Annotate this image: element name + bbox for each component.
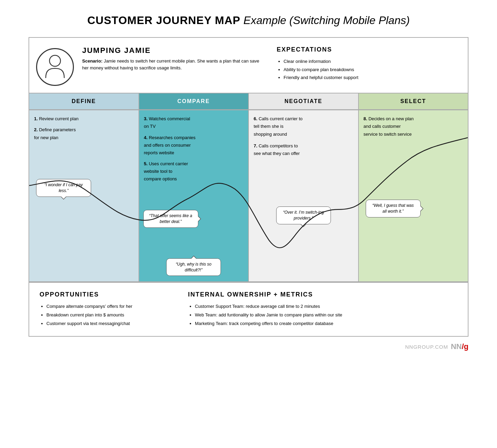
- journey-chart: 1. Review current plan 2. Define paramet…: [29, 110, 468, 282]
- bubble-compare-bottom: “Ugh, why is this so difficult?!”: [166, 258, 221, 276]
- footer: NNGROUP.COM NN/g: [29, 342, 468, 351]
- bubble-negotiate: “Over it. I’m switch-ing providers.”: [276, 206, 331, 224]
- internal-item: Web Team: add funtionality to allow Jami…: [195, 311, 457, 320]
- internal-item: Customer Support Team: reduce average ca…: [195, 302, 457, 311]
- phases-section: DEFINE COMPARE NEGOTIATE SELECT 1. Revie…: [29, 93, 468, 282]
- title-italic: Example (Switching Mobile Plans): [243, 14, 410, 26]
- persona-scenario: Scenario: Jamie needs to switch her curr…: [82, 58, 263, 71]
- persona-info: JUMPING JAMIE Scenario: Jamie needs to s…: [82, 46, 263, 71]
- scenario-text: Jamie needs to switch her current mobile…: [82, 58, 259, 70]
- opportunity-item: Compare alternate companys’ offers for h…: [46, 302, 174, 311]
- internal-section: INTERNAL OWNERSHIP + METRICS Customer Su…: [188, 291, 457, 328]
- expectation-item: Friendly and helpful customer support: [284, 74, 457, 81]
- internal-list: Customer Support Team: reduce average ca…: [188, 302, 457, 328]
- internal-item: Marketing Team: track competing offers t…: [195, 320, 457, 328]
- main-container: JUMPING JAMIE Scenario: Jamie needs to s…: [29, 37, 468, 337]
- avatar: [36, 48, 74, 86]
- expectation-item: Ability to compare plan breakdowns: [284, 66, 457, 74]
- scenario-label: Scenario:: [82, 58, 102, 64]
- define-steps: 1. Review current plan 2. Define paramet…: [29, 110, 139, 141]
- footer-text: NNGROUP.COM: [405, 344, 448, 350]
- expectations-list: Clear online information Ability to comp…: [277, 57, 457, 81]
- expectations-section: EXPECTATIONS Clear online information Ab…: [263, 46, 457, 81]
- opportunity-item: Customer support via text messaging/chat: [46, 320, 174, 328]
- opportunities-title: OPPORTUNITIES: [40, 291, 174, 298]
- page-title: CUSTOMER JOURNEY MAP Example (Switching …: [87, 14, 410, 27]
- phase-define: DEFINE: [29, 93, 139, 110]
- persona-name: JUMPING JAMIE: [82, 46, 263, 55]
- footer-logo: NN/g: [451, 342, 468, 351]
- svg-point-0: [49, 55, 60, 66]
- opportunities-section: OPPORTUNITIES Compare alternate companys…: [40, 291, 174, 328]
- select-steps: 8. Decides on a new planand calls custom…: [359, 110, 468, 138]
- title-bold: CUSTOMER JOURNEY MAP: [87, 14, 241, 26]
- phase-compare: COMPARE: [139, 93, 249, 110]
- select-col: 8. Decides on a new planand calls custom…: [359, 110, 468, 281]
- define-col: 1. Review current plan 2. Define paramet…: [29, 110, 139, 281]
- negotiate-col: 6. Calls current carrier totell them she…: [249, 110, 359, 281]
- phase-select: SELECT: [359, 93, 468, 110]
- bubble-define: “I wonder if I can pay less.”: [36, 179, 91, 197]
- phase-select-header: SELECT: [359, 93, 468, 110]
- phase-define-header: DEFINE: [29, 93, 139, 110]
- expectation-item: Clear online information: [284, 57, 457, 65]
- compare-steps: 3. Watches commercialon TV 4. Researches…: [139, 110, 248, 183]
- compare-col: 3. Watches commercialon TV 4. Researches…: [139, 110, 249, 281]
- internal-title: INTERNAL OWNERSHIP + METRICS: [188, 291, 457, 298]
- bottom-row: OPPORTUNITIES Compare alternate companys…: [29, 282, 468, 336]
- negotiate-steps: 6. Calls current carrier totell them she…: [249, 110, 358, 157]
- expectations-title: EXPECTATIONS: [277, 46, 457, 53]
- phase-negotiate: NEGOTIATE: [249, 93, 359, 110]
- phase-compare-header: COMPARE: [139, 93, 248, 110]
- phase-headers: DEFINE COMPARE NEGOTIATE SELECT: [29, 93, 468, 110]
- persona-row: JUMPING JAMIE Scenario: Jamie needs to s…: [29, 38, 468, 93]
- opportunity-item: Breakdown current plan into $ amounts: [46, 311, 174, 320]
- bubble-compare-top: “That offer seems like a better deal.”: [143, 210, 198, 228]
- bubble-select: “Well, I guess that was all worth it.”: [366, 200, 421, 217]
- phase-negotiate-header: NEGOTIATE: [249, 93, 358, 110]
- opportunities-list: Compare alternate companys’ offers for h…: [40, 302, 174, 328]
